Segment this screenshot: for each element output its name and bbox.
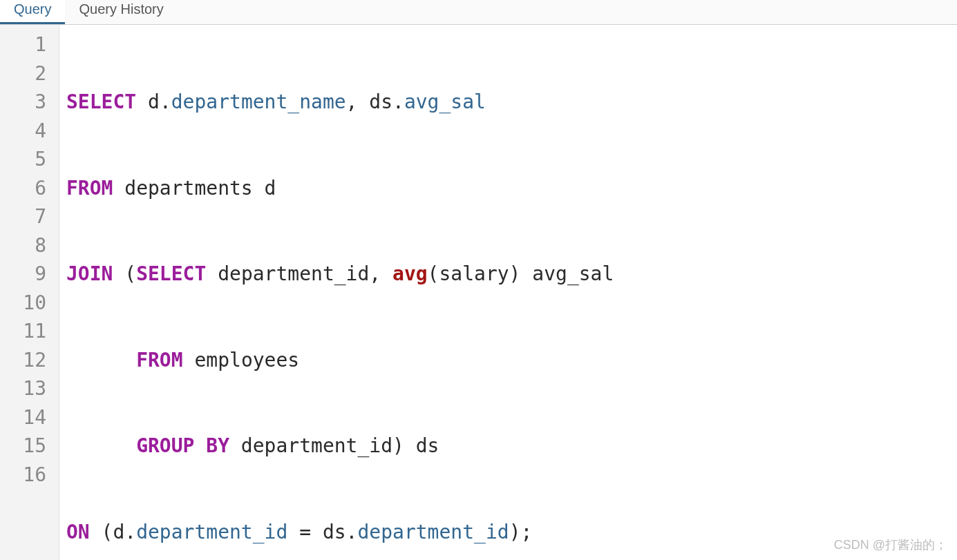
line-number: 6 xyxy=(0,174,46,203)
line-number: 1 xyxy=(0,30,46,59)
sql-editor[interactable]: 1 2 3 4 5 6 7 8 9 10 11 12 13 14 15 16 S… xyxy=(0,25,957,560)
line-number: 16 xyxy=(0,461,46,490)
tab-query-history[interactable]: Query History xyxy=(65,0,177,24)
line-number: 13 xyxy=(0,374,46,403)
line-number: 11 xyxy=(0,317,46,346)
code-line: FROM employees xyxy=(66,346,625,375)
line-number: 3 xyxy=(0,88,46,117)
line-number: 7 xyxy=(0,202,46,231)
line-number: 4 xyxy=(0,117,46,146)
line-number: 8 xyxy=(0,231,46,260)
line-number: 2 xyxy=(0,59,46,88)
tab-bar: Query Query History xyxy=(0,0,957,25)
code-content[interactable]: SELECT d.department_name, ds.avg_sal FRO… xyxy=(59,25,625,560)
line-number: 14 xyxy=(0,403,46,432)
line-number: 9 xyxy=(0,260,46,289)
code-line: ON (d.department_id = ds.department_id); xyxy=(66,518,625,547)
line-number: 15 xyxy=(0,432,46,461)
line-number-gutter: 1 2 3 4 5 6 7 8 9 10 11 12 13 14 15 16 xyxy=(0,25,59,560)
code-line: SELECT d.department_name, ds.avg_sal xyxy=(66,88,625,117)
code-line: GROUP BY department_id) ds xyxy=(66,432,625,461)
tab-query[interactable]: Query xyxy=(0,0,65,24)
watermark-text: CSDN @打酱油的； xyxy=(834,537,947,553)
code-line: JOIN (SELECT department_id, avg(salary) … xyxy=(66,260,625,289)
line-number: 10 xyxy=(0,289,46,318)
line-number: 12 xyxy=(0,346,46,375)
code-line: FROM departments d xyxy=(66,174,625,203)
line-number: 5 xyxy=(0,145,46,174)
